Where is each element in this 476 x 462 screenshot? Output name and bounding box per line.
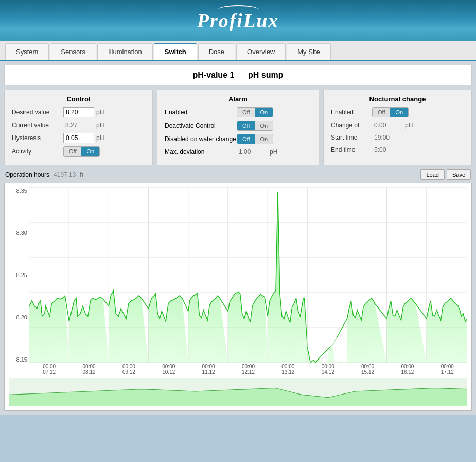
control-title: Control (12, 95, 145, 103)
activity-row: Activity Off On (12, 146, 145, 157)
desired-unit: pH (96, 109, 104, 116)
desired-input[interactable] (63, 107, 94, 117)
svg-marker-17 (29, 192, 467, 363)
noct-end-label: End time (331, 146, 372, 153)
op-buttons: Load Save (420, 169, 471, 180)
desired-value-row: Desired value pH (12, 107, 145, 117)
x-label-6: 00:00 13.12 (268, 364, 308, 375)
control-panel: Control Desired value pH Current value 8… (4, 90, 153, 165)
noct-enabled-on-btn[interactable]: On (390, 108, 408, 117)
alarm-enabled-row: Enabled Off On (165, 107, 311, 117)
x-label-8: 00:00 15.12 (348, 364, 387, 375)
svg-marker-19 (9, 388, 467, 406)
op-unit: h (80, 171, 83, 178)
hysteresis-input[interactable] (63, 133, 94, 143)
alarm-title: Alarm (165, 95, 311, 103)
disabled-water-label: Disabled on water change (165, 135, 237, 143)
disabled-water-off-btn[interactable]: Off (237, 134, 255, 144)
x-label-3: 00:00 10.12 (149, 364, 188, 375)
deactivate-row: Deactivate Control Off On (165, 121, 311, 131)
tab-system[interactable]: System (5, 43, 49, 60)
max-dev-label: Max. deviation (165, 148, 237, 156)
nav-bar: System Sensors Illumination Switch Dose … (0, 41, 476, 61)
y-label-3: 8.20 (16, 314, 27, 320)
noct-enabled-off-btn[interactable]: Off (373, 108, 390, 117)
alarm-enabled-off-btn[interactable]: Off (237, 108, 255, 117)
max-dev-value: 1.00 (237, 147, 268, 157)
activity-on-btn[interactable]: On (81, 147, 99, 156)
max-dev-row: Max. deviation 1.00 pH (165, 147, 311, 157)
noct-change-label: Change of (331, 122, 372, 129)
panels-row: Control Desired value pH Current value 8… (4, 90, 472, 165)
alarm-enabled-toggle: Off On (237, 107, 273, 117)
y-label-1: 8.30 (16, 230, 27, 236)
x-label-9: 00:00 16.12 (387, 364, 427, 375)
main-content: pH-value 1 pH sump Control Desired value… (0, 61, 476, 415)
noct-enabled-row: Enabled Off On (331, 107, 464, 117)
hysteresis-row: Hysteresis pH (12, 133, 145, 143)
x-label-4: 00:00 11.12 (188, 364, 228, 375)
current-value: 8.27 (63, 121, 94, 130)
noct-change-row: Change of 0.00 pH (331, 121, 464, 130)
disabled-water-row: Disabled on water change Off On (165, 134, 311, 144)
tab-mysite[interactable]: My Site (287, 43, 330, 60)
tab-dose[interactable]: Dose (198, 43, 235, 60)
y-label-2: 8.25 (16, 272, 27, 278)
x-label-5: 00:00 12.12 (228, 364, 268, 375)
noct-start-label: Start time (331, 134, 372, 141)
tab-switch[interactable]: Switch (154, 43, 197, 60)
tab-overview[interactable]: Overview (236, 43, 286, 60)
disabled-water-toggle: Off On (237, 134, 273, 144)
alarm-enabled-on-btn[interactable]: On (255, 108, 273, 117)
noct-end-row: End time 5:00 (331, 145, 464, 155)
deactivate-toggle: Off On (237, 121, 273, 131)
deactivate-on-btn[interactable]: On (255, 121, 273, 130)
nocturnal-title: Nocturnal change (331, 95, 464, 103)
load-button[interactable]: Load (420, 169, 444, 180)
hysteresis-label: Hysteresis (12, 134, 63, 142)
op-value: 4197.13 (54, 171, 76, 178)
nocturnal-panel: Nocturnal change Enabled Off On Change o… (323, 90, 472, 165)
x-axis: 00:00 07.12 00:00 08.12 00:00 09.12 00:0… (29, 363, 467, 378)
noct-start-row: Start time 19:00 (331, 133, 464, 142)
current-value-row: Current value 8.27 pH (12, 121, 145, 130)
noct-start-value: 19:00 (372, 133, 403, 142)
activity-label: Activity (12, 148, 63, 155)
noct-change-value: 0.00 (372, 121, 403, 130)
activity-off-btn[interactable]: Off (64, 147, 81, 156)
noct-enabled-toggle: Off On (372, 107, 409, 117)
noct-end-value: 5:00 (372, 145, 403, 155)
y-label-0: 8.35 (16, 187, 27, 194)
tab-sensors[interactable]: Sensors (50, 43, 96, 60)
hysteresis-unit: pH (96, 134, 104, 142)
alarm-panel: Alarm Enabled Off On Deactivate Control … (157, 90, 319, 165)
page-title-left: pH-value 1 (192, 71, 234, 79)
y-label-4: 8.15 (16, 356, 27, 363)
noct-enabled-label: Enabled (331, 109, 372, 116)
operation-hours-row: Operation hours 4197.13 h Load Save (4, 169, 472, 180)
x-label-2: 00:00 09.12 (109, 364, 149, 375)
alarm-enabled-label: Enabled (165, 109, 237, 116)
current-label: Current value (12, 122, 63, 129)
disabled-water-on-btn[interactable]: On (255, 134, 273, 144)
save-button[interactable]: Save (447, 169, 471, 180)
current-unit: pH (96, 122, 104, 129)
y-axis: 8.35 8.30 8.25 8.20 8.15 (9, 187, 29, 363)
x-label-7: 00:00 14.12 (308, 364, 348, 375)
deactivate-label: Deactivate Control (165, 122, 237, 129)
op-label: Operation hours (5, 171, 49, 178)
chart-container: pH 8.35 8.30 8.25 8.20 8.15 (4, 183, 472, 411)
x-label-10: 00:00 17.12 (428, 364, 467, 375)
noct-change-unit: pH (405, 122, 413, 129)
page-title-right: pH sump (248, 71, 283, 79)
page-title-bar: pH-value 1 pH sump (4, 65, 472, 85)
x-label-0: 00:00 07.12 (29, 364, 69, 375)
desired-label: Desired value (12, 109, 63, 116)
mini-chart (9, 378, 467, 406)
tab-illumination[interactable]: Illumination (97, 43, 153, 60)
header: ProfiLux (0, 0, 476, 41)
op-left: Operation hours 4197.13 h (5, 171, 83, 178)
logo: ProfiLux (197, 9, 279, 32)
deactivate-off-btn[interactable]: Off (237, 121, 255, 130)
activity-toggle: Off On (63, 146, 100, 157)
